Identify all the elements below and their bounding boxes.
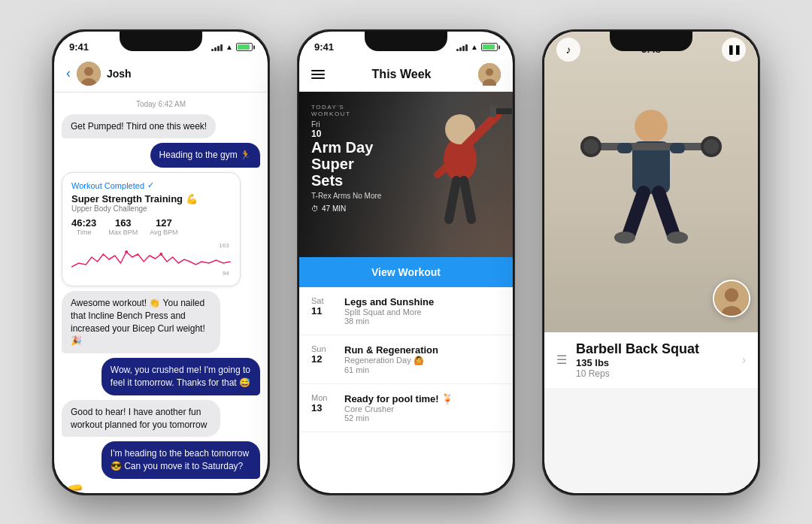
wifi-icon: ▲: [226, 43, 233, 51]
hero-duration: ⏱ 47 MIN: [311, 204, 385, 213]
svg-point-21: [583, 139, 598, 154]
music-icon: ♪: [566, 44, 571, 56]
stat-time: 46:23 Time: [71, 217, 96, 236]
hero-day-row: Fri 10: [311, 120, 385, 139]
chat-messages: Today 6:42 AM Get Pumped! Third one this…: [54, 92, 268, 493]
list-icon: ☰: [556, 353, 567, 367]
workout-subtitle: Upper Body Challenge: [71, 204, 231, 213]
phone-video: ♪ 5:48 ❚❚: [542, 29, 760, 495]
signal-icon-2: [456, 43, 468, 51]
phone-week: 9:41 ▲ This Week: [297, 29, 515, 495]
status-icons-week: ▲: [456, 43, 498, 51]
exercise-reps: 10 Reps: [576, 368, 733, 379]
coach-avatar[interactable]: [713, 280, 750, 317]
week-item-sat[interactable]: Sat 11 Legs and Sunshine Split Squat and…: [299, 287, 513, 335]
exercise-weight: 135 lbs: [576, 357, 733, 368]
chat-bubble-sent-1: Heading to the gym 🏃: [150, 143, 260, 168]
chat-bubble-received-1: Get Pumped! Third one this week!: [62, 114, 216, 139]
week-screen-title: This Week: [372, 68, 432, 81]
pause-icon: ❚❚: [727, 44, 741, 55]
hero-workout-title: Arm Day Super Sets: [311, 139, 385, 189]
battery-fill: [238, 44, 250, 50]
stat-max-bpm: 163 Max BPM: [108, 217, 138, 236]
status-time-week: 9:41: [314, 41, 334, 53]
chat-bubble-received-2: Awesome workout! 👏 You nailed that Incli…: [62, 291, 220, 353]
heart-chart: 163 94 7:02 AM7:17 AM7:31 AM: [71, 241, 231, 278]
hero-day-name: Fri: [311, 120, 321, 129]
chat-header: ‹ Josh: [54, 59, 268, 92]
stat-avg-bpm: 127 Avg BPM: [150, 217, 177, 236]
notch: [120, 32, 202, 51]
svg-point-1: [84, 67, 93, 76]
music-button[interactable]: ♪: [556, 38, 580, 62]
workout-completed-label: Workout Completed ✓: [71, 180, 231, 190]
menu-button[interactable]: [311, 70, 325, 79]
hero-content: TODAY'S WORKOUT Fri 10 Arm Day Super Set…: [311, 104, 385, 213]
video-area: ♪ 5:48 ❚❚: [544, 32, 758, 332]
chat-contact-avatar: [77, 62, 101, 86]
workout-title: Super Strength Training 💪: [71, 193, 231, 204]
svg-point-31: [725, 288, 738, 301]
battery-fill-2: [483, 44, 495, 50]
svg-rect-24: [617, 143, 632, 153]
svg-point-17: [635, 110, 668, 143]
hamburger-line-3: [311, 77, 325, 79]
status-icons-chat: ▲: [211, 43, 253, 51]
phone-chat: 9:41 ▲ ‹: [52, 29, 270, 495]
hero-day-info: Fri 10: [311, 120, 321, 139]
chat-bubble-sent-3: I'm heading to the beach tomorrow 😎 Can …: [102, 441, 260, 479]
week-item-sun[interactable]: Sun 12 Run & Regeneration Regeneration D…: [299, 335, 513, 384]
exercise-name: Barbell Back Squat: [576, 341, 733, 357]
svg-point-29: [667, 232, 688, 244]
clock-icon: ⏱: [311, 204, 319, 213]
exercise-details: Barbell Back Squat 135 lbs 10 Reps: [576, 341, 733, 379]
week-user-avatar[interactable]: [478, 63, 501, 86]
view-workout-button[interactable]: View Workout: [299, 257, 513, 287]
battery-icon-2: [481, 43, 498, 51]
svg-point-4: [159, 253, 162, 256]
chat-timestamp: Today 6:42 AM: [62, 100, 260, 108]
workout-stats: 46:23 Time 163 Max BPM 127 Avg BPM: [71, 217, 231, 236]
emoji-response: 🦵: [62, 483, 84, 492]
svg-point-23: [704, 139, 719, 154]
week-day-mon: Mon 13: [311, 393, 335, 413]
chat-contact-name: Josh: [107, 68, 132, 80]
hero-workout-subtitle: T-Rex Arms No More: [311, 192, 385, 200]
svg-rect-25: [670, 143, 685, 153]
exercise-info-bar: ☰ Barbell Back Squat 135 lbs 10 Reps ›: [544, 332, 758, 388]
svg-rect-19: [591, 143, 711, 150]
week-header: This Week: [299, 59, 513, 92]
pause-button[interactable]: ❚❚: [722, 38, 746, 62]
svg-point-6: [486, 68, 493, 76]
week-item-info-sun: Run & Regeneration Regeneration Day 🙆 61…: [344, 344, 501, 374]
battery-icon: [236, 43, 253, 51]
chat-bubble-sent-2: Wow, you crushed me! I'm going to feel i…: [102, 358, 260, 395]
week-item-info-mon: Ready for pool time! 🍹 Core Crusher 52 m…: [344, 393, 501, 423]
week-schedule-list: Sat 11 Legs and Sunshine Split Squat and…: [299, 287, 513, 432]
back-button[interactable]: ‹: [66, 65, 71, 81]
svg-line-27: [659, 192, 674, 235]
scene: 9:41 ▲ ‹: [0, 0, 812, 524]
hero-workout-banner: TODAY'S WORKOUT Fri 10 Arm Day Super Set…: [299, 92, 513, 257]
notch-3: [610, 32, 692, 51]
workout-card: Workout Completed ✓ Super Strength Train…: [62, 172, 241, 286]
hamburger-line-1: [311, 70, 325, 71]
wifi-icon-2: ▲: [471, 43, 478, 51]
status-time-chat: 9:41: [69, 41, 89, 53]
athlete-figure: [576, 104, 726, 287]
notch-2: [365, 32, 447, 51]
week-item-mon[interactable]: Mon 13 Ready for pool time! 🍹 Core Crush…: [299, 384, 513, 432]
week-day-sat: Sat 11: [311, 296, 335, 317]
chevron-right-icon[interactable]: ›: [742, 353, 746, 367]
chat-bubble-received-3: Good to hear! I have another fun workout…: [62, 400, 220, 438]
svg-line-26: [629, 192, 644, 235]
hero-day-num: 10: [311, 129, 321, 139]
week-day-sun: Sun 12: [311, 344, 335, 365]
hamburger-line-2: [311, 74, 325, 75]
svg-point-3: [125, 250, 128, 253]
signal-icon: [211, 43, 223, 51]
week-item-info-sat: Legs and Sunshine Split Squat and More 3…: [344, 296, 501, 326]
hero-tag: TODAY'S WORKOUT: [311, 104, 385, 117]
svg-point-28: [614, 232, 635, 244]
